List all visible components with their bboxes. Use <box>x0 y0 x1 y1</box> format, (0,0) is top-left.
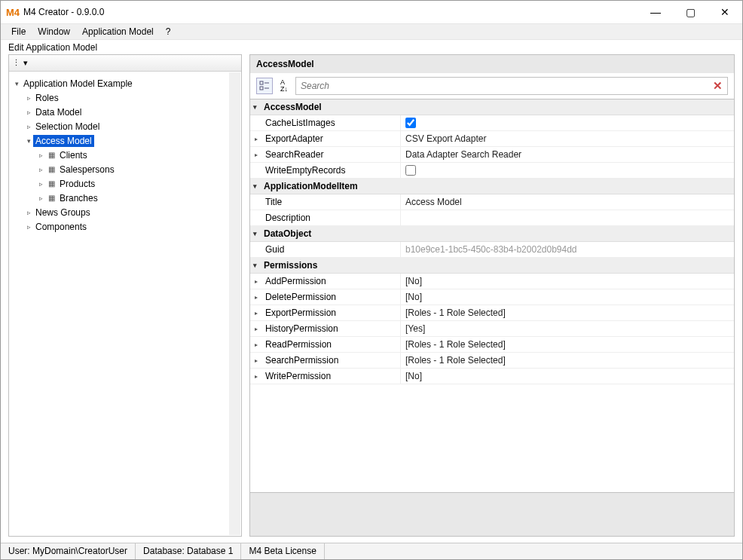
tree-node-roles[interactable]: ▹ Roles <box>9 90 241 105</box>
tree-node-products[interactable]: ▹ ▦ Products <box>9 176 241 191</box>
expand-icon[interactable]: ▾ <box>12 80 21 87</box>
expand-icon[interactable]: ▹ <box>24 94 33 102</box>
collapse-icon[interactable]: ▾ <box>24 137 33 145</box>
tree-node-data-model[interactable]: ▹ Data Model <box>9 105 241 119</box>
table-icon: ▦ <box>45 151 57 159</box>
svg-rect-1 <box>260 87 263 90</box>
prop-export-permission[interactable]: ▸ExportPermission [Roles - 1 Role Select… <box>250 305 734 321</box>
tree-node-root[interactable]: ▾ Application Model Example <box>9 76 241 90</box>
prop-history-permission[interactable]: ▸HistoryPermission [Yes] <box>250 321 734 337</box>
tree-node-news-groups[interactable]: ▹ News Groups <box>9 205 241 219</box>
category-permissions[interactable]: ▾ Permissions <box>250 258 734 274</box>
property-grid: ▾ AccessModel CacheListImages ▸ExportAda… <box>249 99 735 493</box>
tree-node-selection-model[interactable]: ▹ Selection Model <box>9 119 241 133</box>
expand-icon[interactable]: ▸ <box>255 294 265 301</box>
expand-icon[interactable]: ▸ <box>255 357 265 364</box>
prop-description[interactable]: Description <box>250 210 734 226</box>
toolbar-dropdown-button[interactable]: ▾ <box>23 58 28 68</box>
expand-icon[interactable]: ▸ <box>255 310 265 317</box>
toolbar-grip-icon: ⋮ <box>12 58 22 68</box>
property-description-area <box>249 493 735 537</box>
collapse-icon[interactable]: ▾ <box>253 182 264 190</box>
tree-node-access-model[interactable]: ▾ Access Model <box>9 133 241 148</box>
menubar: File Window Application Model ? <box>1 23 742 40</box>
app-icon: M4 <box>7 6 19 18</box>
tree-pane: ⋮ ▾ ▾ Application Model Example ▹ Roles … <box>8 54 242 537</box>
maximize-button[interactable]: ▢ <box>673 1 708 23</box>
category-application-model-item[interactable]: ▾ ApplicationModelItem <box>250 179 734 194</box>
prop-guid[interactable]: Guid b10e9ce1-1bc5-450c-83b4-b2002d0b94d… <box>250 242 734 258</box>
table-icon: ▦ <box>45 179 57 188</box>
property-toolbar: AZ↓ ✕ <box>249 73 735 99</box>
search-box[interactable]: ✕ <box>295 77 728 95</box>
categorize-icon <box>259 81 270 91</box>
prop-delete-permission[interactable]: ▸DeletePermission [No] <box>250 289 734 305</box>
scrollbar[interactable] <box>229 72 240 535</box>
menu-file[interactable]: File <box>5 26 32 37</box>
prop-write-empty-records[interactable]: WriteEmptyRecords <box>250 163 734 179</box>
tree-node-components[interactable]: ▹ Components <box>9 219 241 234</box>
expand-icon[interactable]: ▸ <box>255 341 265 348</box>
status-user: User: MyDomain\CreatorUser <box>1 543 136 559</box>
workspace: Edit Application Model ⋮ ▾ ▾ Application… <box>1 40 742 543</box>
tree-node-clients[interactable]: ▹ ▦ Clients <box>9 148 241 162</box>
prop-add-permission[interactable]: ▸AddPermission [No] <box>250 274 734 289</box>
statusbar: User: MyDomain\CreatorUser Database: Dat… <box>1 543 742 559</box>
menu-window[interactable]: Window <box>32 26 76 37</box>
expand-icon[interactable]: ▸ <box>255 326 265 332</box>
minimize-button[interactable]: — <box>638 1 673 23</box>
expand-icon[interactable]: ▸ <box>255 278 265 285</box>
expand-icon[interactable]: ▹ <box>36 151 45 159</box>
tree-toolbar: ⋮ ▾ <box>9 55 241 72</box>
categorize-button[interactable] <box>256 78 273 94</box>
menu-application-model[interactable]: Application Model <box>76 26 160 37</box>
expand-icon[interactable]: ▹ <box>24 209 33 216</box>
view-body: ⋮ ▾ ▾ Application Model Example ▹ Roles … <box>1 54 742 543</box>
expand-icon[interactable]: ▸ <box>255 373 265 380</box>
view-title: Edit Application Model <box>1 40 742 54</box>
close-button[interactable]: ✕ <box>708 1 742 23</box>
cache-list-images-checkbox[interactable] <box>405 118 416 128</box>
property-pane: AccessModel AZ↓ ✕ ▾ <box>249 54 735 537</box>
window-title: M4 Creator - 0.9.0.0 <box>23 7 638 17</box>
tree-node-salespersons[interactable]: ▹ ▦ Salespersons <box>9 162 241 176</box>
expand-icon[interactable]: ▹ <box>24 223 33 231</box>
table-icon: ▦ <box>45 194 57 202</box>
tree[interactable]: ▾ Application Model Example ▹ Roles ▹ Da… <box>9 72 241 536</box>
prop-cache-list-images[interactable]: CacheListImages <box>250 115 734 131</box>
expand-icon[interactable]: ▹ <box>36 166 45 173</box>
status-database: Database: Database 1 <box>136 543 241 559</box>
category-data-object[interactable]: ▾ DataObject <box>250 226 734 242</box>
svg-rect-0 <box>260 81 263 84</box>
property-header: AccessModel <box>249 54 735 73</box>
prop-title[interactable]: Title Access Model <box>250 194 734 210</box>
table-icon: ▦ <box>45 165 57 173</box>
prop-write-permission[interactable]: ▸WritePermission [No] <box>250 369 734 384</box>
tree-node-branches[interactable]: ▹ ▦ Branches <box>9 191 241 205</box>
collapse-icon[interactable]: ▾ <box>253 230 264 237</box>
expand-icon[interactable]: ▹ <box>36 180 45 188</box>
write-empty-records-checkbox[interactable] <box>405 165 416 176</box>
titlebar: M4 M4 Creator - 0.9.0.0 — ▢ ✕ <box>1 1 742 23</box>
prop-search-reader[interactable]: ▸SearchReader Data Adapter Search Reader <box>250 147 734 163</box>
status-license: M4 Beta License <box>241 543 324 559</box>
clear-search-icon[interactable]: ✕ <box>713 79 723 93</box>
expand-icon[interactable]: ▹ <box>24 123 33 130</box>
expand-icon[interactable]: ▹ <box>24 109 33 116</box>
expand-icon[interactable]: ▸ <box>255 136 265 142</box>
search-input[interactable] <box>301 81 713 91</box>
collapse-icon[interactable]: ▾ <box>253 103 264 111</box>
expand-icon[interactable]: ▹ <box>36 194 45 202</box>
sort-az-button[interactable]: AZ↓ <box>276 78 292 94</box>
window-buttons: — ▢ ✕ <box>638 1 742 23</box>
expand-icon[interactable]: ▸ <box>255 151 265 158</box>
collapse-icon[interactable]: ▾ <box>253 262 264 269</box>
prop-read-permission[interactable]: ▸ReadPermission [Roles - 1 Role Selected… <box>250 337 734 353</box>
category-access-model[interactable]: ▾ AccessModel <box>250 99 734 115</box>
menu-help[interactable]: ? <box>160 26 177 37</box>
prop-search-permission[interactable]: ▸SearchPermission [Roles - 1 Role Select… <box>250 353 734 369</box>
prop-export-adapter[interactable]: ▸ExportAdapter CSV Export Adapter <box>250 131 734 147</box>
